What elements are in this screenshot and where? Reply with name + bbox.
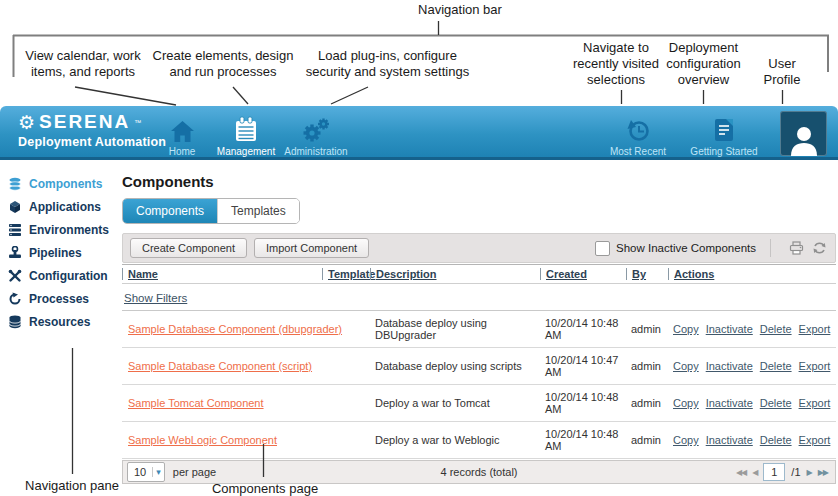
component-link[interactable]: Sample Database Component (script) [128,360,312,372]
management-icon [232,116,260,145]
by-cell: admin [626,434,668,446]
column-header-description[interactable]: Description [370,268,540,280]
nav-item-management[interactable]: Management [214,111,278,157]
created-cell: 10/20/14 10:48 AM [540,391,626,415]
most-recent-icon [623,117,653,145]
export-link[interactable]: Export [799,323,831,335]
printer-icon [789,241,804,255]
sidebar-item-environments[interactable]: Environments [8,218,118,241]
component-name-cell: Sample Database Component (dbupgrader) [122,323,370,335]
component-link[interactable]: Sample WebLogic Component [128,434,277,446]
annotation-callout-administration: Load plug-ins, configure security and sy… [300,48,475,80]
nav-item-administration[interactable]: Administration [282,111,350,157]
show-inactive-label[interactable]: Show Inactive Components [616,242,756,254]
annotation-callout-management: Create elements, design and run processe… [148,48,298,80]
delete-link[interactable]: Delete [760,397,792,409]
annotation-callout-home: View calendar, work items, and reports [10,48,156,80]
by-cell: admin [626,397,668,409]
delete-link[interactable]: Delete [760,434,792,446]
show-filters-row: Show Filters [122,284,836,311]
delete-link[interactable]: Delete [760,323,792,335]
print-button[interactable] [789,241,804,255]
import-component-button[interactable]: Import Component [254,238,369,258]
nav-item-label: Getting Started [690,146,757,157]
inactivate-link[interactable]: Inactivate [706,360,753,372]
column-header-actions[interactable]: Actions [668,268,836,280]
description-cell: Deploy a war to Tomcat [370,397,540,409]
processes-icon [8,292,22,306]
create-component-button[interactable]: Create Component [130,238,247,258]
export-link[interactable]: Export [799,397,831,409]
serena-logo[interactable]: ⚙ SERENA ™ Deployment Automation [18,111,166,149]
component-link[interactable]: Sample Tomcat Component [128,397,264,409]
sidebar-item-label: Components [29,177,102,191]
export-link[interactable]: Export [799,360,831,372]
sidebar-item-processes[interactable]: Processes [8,287,118,310]
components-page: Components Components Templates Create C… [122,170,836,484]
export-link[interactable]: Export [799,434,831,446]
sidebar-item-label: Pipelines [29,246,82,260]
page-title: Components [122,173,836,190]
annotation-navigation-bar: Navigation bar [380,2,540,18]
table-row: Sample Database Component (dbupgrader) D… [122,311,836,348]
pagination-bar: 4 records (total) 10 ▾ per page ◀◀ ◀ 1 /… [122,460,836,484]
administration-icon [299,117,333,145]
table-row: Sample Tomcat Component Deploy a war to … [122,385,836,422]
resources-icon [8,315,22,329]
nav-item-home[interactable]: Home [158,111,206,157]
toolbar: Create Component Import Component Show I… [122,233,836,263]
navigation-pane: Components Applications Environments P [8,172,118,333]
show-filters-link[interactable]: Show Filters [124,292,187,304]
tab-templates[interactable]: Templates [217,199,299,223]
user-profile-icon [786,122,822,156]
annotation-navigation-pane: Navigation pane [14,478,130,494]
pipelines-icon [8,246,22,260]
inactivate-link[interactable]: Inactivate [706,323,753,335]
toolbar-divider [770,239,771,257]
environments-icon [8,223,22,237]
component-name-cell: Sample Tomcat Component [122,397,370,409]
tab-components[interactable]: Components [123,199,217,223]
column-header-by[interactable]: By [626,268,668,280]
sidebar-item-configuration[interactable]: Configuration [8,264,118,287]
user-profile-button[interactable] [780,111,827,156]
refresh-button[interactable] [812,241,827,255]
component-link[interactable]: Sample Database Component (dbupgrader) [128,323,342,335]
actions-cell: Copy Inactivate Delete Export [668,434,836,446]
inactivate-link[interactable]: Inactivate [706,434,753,446]
nav-item-most-recent[interactable]: Most Recent [600,111,676,157]
sidebar-item-label: Environments [29,223,109,237]
copy-link[interactable]: Copy [673,360,699,372]
components-icon [8,177,22,191]
screenshot-root: Navigation bar View calendar, work items… [0,0,838,496]
sidebar-item-pipelines[interactable]: Pipelines [8,241,118,264]
sidebar-item-components[interactable]: Components [8,172,118,195]
description-cell: Database deploy using scripts [370,360,540,372]
actions-cell: Copy Inactivate Delete Export [668,360,836,372]
table-row: Sample WebLogic Component Deploy a war t… [122,422,836,459]
copy-link[interactable]: Copy [673,323,699,335]
tab-bar: Components Templates [122,198,300,224]
navigation-bar: ⚙ SERENA ™ Deployment Automation Home [0,106,838,160]
inactivate-link[interactable]: Inactivate [706,397,753,409]
sidebar-item-applications[interactable]: Applications [8,195,118,218]
sidebar-item-label: Resources [29,315,90,329]
getting-started-icon [712,117,736,145]
annotation-callout-user-profile: User Profile [752,56,812,88]
nav-item-label: Management [217,146,275,157]
brand-subtitle: Deployment Automation [18,135,166,149]
delete-link[interactable]: Delete [760,360,792,372]
by-cell: admin [626,323,668,335]
created-cell: 10/20/14 10:47 AM [540,354,626,378]
brand-name: SERENA [39,111,130,133]
column-header-template[interactable]: Template [322,268,370,280]
column-header-name[interactable]: Name [122,268,322,280]
sidebar-item-resources[interactable]: Resources [8,310,118,333]
column-header-created[interactable]: Created [540,268,626,280]
configuration-icon [8,269,22,283]
records-total: 4 records (total) [123,466,835,478]
copy-link[interactable]: Copy [673,397,699,409]
show-inactive-checkbox[interactable] [595,241,610,256]
copy-link[interactable]: Copy [673,434,699,446]
nav-item-getting-started[interactable]: Getting Started [682,111,766,157]
